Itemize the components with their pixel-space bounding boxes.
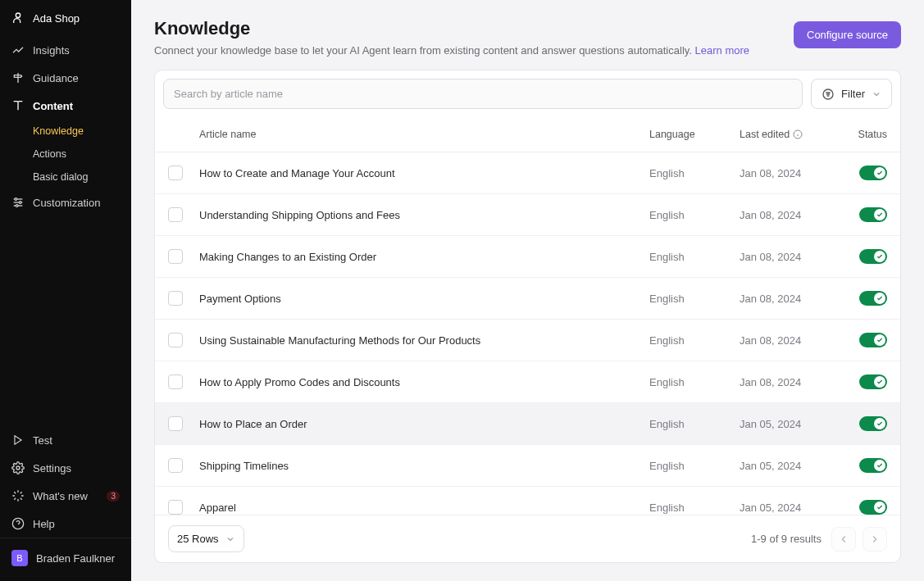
status-toggle[interactable] <box>859 374 887 389</box>
article-name: How to Place an Order <box>199 418 649 430</box>
page-subtitle: Connect your knowledge base to let your … <box>154 44 749 57</box>
col-name: Article name <box>199 129 649 140</box>
article-language: English <box>649 376 740 388</box>
table-row[interactable]: Understanding Shipping Options and Fees … <box>155 194 900 236</box>
svg-point-8 <box>16 466 20 470</box>
search-input[interactable] <box>163 79 803 109</box>
article-language: English <box>649 418 740 430</box>
filter-button[interactable]: Filter <box>811 79 892 109</box>
status-toggle[interactable] <box>859 207 887 222</box>
chevron-down-icon <box>225 534 235 544</box>
article-name: Using Sustainable Manufacturing Methods … <box>199 334 649 347</box>
subnav-basic-dialog[interactable]: Basic dialog <box>33 166 131 188</box>
book-icon <box>11 99 25 112</box>
row-checkbox[interactable] <box>168 166 183 180</box>
row-checkbox[interactable] <box>168 207 183 222</box>
article-language: English <box>649 334 740 347</box>
article-name: Making Changes to an Existing Order <box>199 251 649 263</box>
user-menu[interactable]: B Braden Faulkner <box>0 538 131 581</box>
article-name: Apparel <box>199 502 649 514</box>
sidebar-item-content[interactable]: Content <box>0 92 131 120</box>
sidebar-item-help[interactable]: Help <box>0 510 131 538</box>
article-language: English <box>649 502 740 514</box>
subnav-actions[interactable]: Actions <box>33 143 131 166</box>
col-status: Status <box>838 129 887 140</box>
sparkle-icon <box>11 489 25 502</box>
table-row[interactable]: How to Create and Manage Your Account En… <box>155 152 900 194</box>
table-row[interactable]: Payment Options English Jan 08, 2024 <box>155 278 900 320</box>
table-header: Article name Language Last edited Status <box>155 117 900 152</box>
rows-label: 25 Rows <box>177 533 219 545</box>
status-toggle[interactable] <box>859 249 887 264</box>
row-checkbox[interactable] <box>168 333 183 347</box>
article-edited: Jan 08, 2024 <box>740 293 838 305</box>
row-checkbox[interactable] <box>168 249 183 264</box>
filter-label: Filter <box>841 88 865 100</box>
rows-per-page-select[interactable]: 25 Rows <box>168 525 244 552</box>
help-icon <box>11 517 25 530</box>
table-row[interactable]: Shipping Timelines English Jan 05, 2024 <box>155 445 900 487</box>
learn-more-link[interactable]: Learn more <box>695 44 749 57</box>
row-checkbox[interactable] <box>168 458 183 473</box>
col-lang: Language <box>649 129 740 140</box>
table-row[interactable]: Using Sustainable Manufacturing Methods … <box>155 320 900 361</box>
row-checkbox[interactable] <box>168 374 183 389</box>
table-footer: 25 Rows 1-9 of 9 results <box>155 515 900 562</box>
table-row[interactable]: How to Place an Order English Jan 05, 20… <box>155 403 900 445</box>
svg-point-0 <box>16 13 20 17</box>
chart-icon <box>11 43 25 57</box>
status-toggle[interactable] <box>859 500 887 515</box>
sidebar-item-settings[interactable]: Settings <box>0 454 131 482</box>
row-checkbox[interactable] <box>168 416 183 431</box>
sidebar-item-customization[interactable]: Customization <box>0 188 131 216</box>
sidebar-item-label: What's new <box>33 490 88 502</box>
svg-marker-7 <box>15 436 21 445</box>
status-toggle[interactable] <box>859 416 887 431</box>
table-body: How to Create and Manage Your Account En… <box>155 152 900 515</box>
article-language: English <box>649 167 740 179</box>
configure-source-button[interactable]: Configure source <box>794 21 901 48</box>
status-toggle[interactable] <box>859 333 887 347</box>
info-icon <box>793 129 803 139</box>
next-page-button[interactable] <box>863 527 887 551</box>
article-edited: Jan 08, 2024 <box>740 376 838 388</box>
avatar: B <box>11 550 28 566</box>
sidebar-item-test[interactable]: Test <box>0 426 131 454</box>
article-name: Shipping Timelines <box>199 460 649 472</box>
page-header: Knowledge Connect your knowledge base to… <box>154 18 901 57</box>
status-toggle[interactable] <box>859 291 887 306</box>
signpost-icon <box>11 71 25 84</box>
search-row: Filter <box>155 70 900 117</box>
prev-page-button[interactable] <box>831 527 856 551</box>
table-row[interactable]: How to Apply Promo Codes and Discounts E… <box>155 361 900 403</box>
user-name: Braden Faulkner <box>36 552 115 565</box>
chevron-down-icon <box>872 89 881 99</box>
sidebar-item-guidance[interactable]: Guidance <box>0 64 131 92</box>
main-content: Knowledge Connect your knowledge base to… <box>131 0 924 581</box>
sidebar-item-label: Content <box>33 100 73 112</box>
results-count: 1-9 of 9 results <box>751 533 822 545</box>
status-toggle[interactable] <box>859 166 887 180</box>
article-edited: Jan 05, 2024 <box>740 502 838 514</box>
whats-new-badge: 3 <box>107 491 120 502</box>
article-edited: Jan 05, 2024 <box>740 418 838 430</box>
sidebar: Ada Shop Insights Guidance Content Knowl… <box>0 0 131 581</box>
sidebar-item-insights[interactable]: Insights <box>0 36 131 64</box>
app-name: Ada Shop <box>33 12 80 25</box>
subnav-knowledge[interactable]: Knowledge <box>33 120 131 143</box>
row-checkbox[interactable] <box>168 291 183 306</box>
table-row[interactable]: Apparel English Jan 05, 2024 <box>155 487 900 515</box>
status-toggle[interactable] <box>859 458 887 473</box>
article-edited: Jan 08, 2024 <box>740 209 838 221</box>
sidebar-item-whats-new[interactable]: What's new 3 <box>0 482 131 510</box>
app-brand[interactable]: Ada Shop <box>0 0 131 31</box>
sidebar-item-label: Guidance <box>33 72 79 84</box>
table-row[interactable]: Making Changes to an Existing Order Engl… <box>155 236 900 278</box>
svg-point-5 <box>19 202 21 204</box>
article-name: Understanding Shipping Options and Fees <box>199 209 649 221</box>
play-icon <box>11 433 25 447</box>
row-checkbox[interactable] <box>168 500 183 515</box>
main-nav: Insights Guidance Content Knowledge Acti… <box>0 31 131 221</box>
content-subnav: Knowledge Actions Basic dialog <box>0 120 131 188</box>
col-edited: Last edited <box>740 129 838 140</box>
